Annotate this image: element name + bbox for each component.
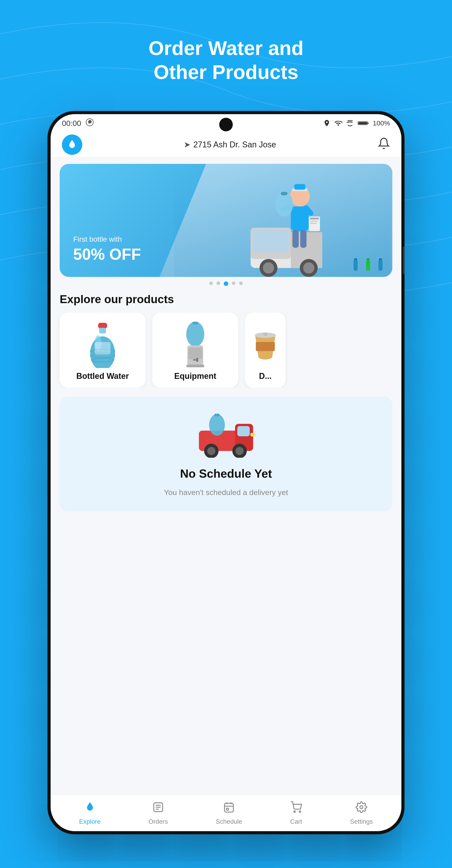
banner-dots [51, 281, 401, 286]
drinks-label: D... [259, 371, 272, 381]
svg-point-58 [235, 447, 244, 455]
svg-point-9 [263, 262, 274, 274]
navigation-icon: ➤ [184, 140, 191, 149]
svg-rect-28 [366, 259, 370, 271]
banner-subtitle: First bottle with [73, 235, 141, 243]
products-row: Bottled Water [51, 313, 401, 388]
svg-rect-2 [367, 123, 368, 124]
product-card-drinks-partial[interactable]: D... [245, 313, 286, 388]
location-text: 2715 Ash Dr. San Jose [193, 140, 276, 149]
dot-2 [217, 281, 220, 285]
product-card-equipment[interactable]: Equipment [152, 313, 238, 388]
banner-discount: 50% OFF [73, 245, 141, 264]
svg-point-71 [360, 806, 363, 809]
camera-notch [219, 118, 233, 131]
svg-rect-20 [292, 230, 299, 248]
explore-label: Explore [79, 818, 101, 825]
banner-text: First bottle with 50% OFF [73, 235, 141, 264]
svg-rect-27 [354, 258, 357, 260]
drinks-image [245, 322, 286, 367]
svg-rect-49 [263, 333, 267, 336]
schedule-title: No Schedule Yet [180, 467, 272, 480]
schedule-section: No Schedule Yet You haven't scheduled a … [60, 397, 392, 512]
svg-point-40 [186, 322, 204, 346]
water-bottles-decoration [351, 258, 386, 272]
location-area[interactable]: ➤ 2715 Ash Dr. San Jose [184, 140, 276, 149]
dot-5 [239, 281, 243, 285]
schedule-label: Schedule [216, 818, 242, 825]
svg-rect-32 [98, 323, 107, 329]
scroll-content: First bottle with 50% OFF Explore our pr… [51, 157, 401, 795]
products-section-title: Explore our products [51, 293, 401, 306]
schedule-icon [223, 801, 235, 816]
svg-rect-26 [353, 259, 358, 271]
bottled-water-image [80, 322, 125, 367]
settings-icon [355, 801, 367, 816]
phone-screen: 00:00 [51, 114, 401, 831]
app-header: ➤ 2715 Ash Dr. San Jose [51, 132, 401, 157]
bottled-water-label: Bottled Water [76, 371, 129, 381]
svg-rect-64 [225, 803, 233, 812]
svg-rect-31 [379, 258, 382, 260]
orders-label: Orders [149, 818, 168, 825]
svg-rect-45 [196, 358, 198, 362]
dot-3-active [224, 281, 228, 286]
svg-rect-39 [95, 342, 110, 354]
status-time: 00:00 [62, 119, 81, 128]
settings-label: Settings [350, 818, 373, 825]
nav-item-orders[interactable]: Orders [144, 799, 172, 828]
svg-point-56 [207, 447, 215, 455]
delivery-truck-illustration [194, 410, 258, 460]
svg-rect-6 [253, 230, 289, 252]
status-icons: 100% [323, 119, 390, 127]
svg-rect-68 [226, 808, 228, 810]
app-logo [62, 134, 82, 155]
svg-rect-43 [189, 348, 202, 359]
nav-item-explore[interactable]: Explore [74, 799, 105, 828]
svg-rect-47 [256, 342, 275, 351]
phone-frame: 00:00 [47, 111, 405, 834]
svg-rect-21 [300, 230, 307, 248]
battery-level: 100% [373, 119, 390, 127]
product-card-bottled-water[interactable]: Bottled Water [60, 313, 146, 388]
cart-label: Cart [290, 818, 302, 825]
svg-point-18 [275, 192, 293, 217]
svg-rect-59 [250, 433, 255, 436]
svg-rect-41 [192, 322, 198, 324]
svg-rect-25 [310, 223, 317, 224]
svg-rect-19 [281, 192, 288, 195]
svg-rect-46 [186, 365, 204, 367]
notification-bell-icon[interactable] [378, 137, 390, 152]
svg-point-11 [303, 262, 314, 274]
svg-rect-23 [310, 218, 319, 219]
svg-rect-29 [366, 258, 369, 260]
cart-icon [290, 801, 302, 816]
promo-banner[interactable]: First bottle with 50% OFF [60, 164, 392, 277]
nav-item-settings[interactable]: Settings [346, 799, 378, 828]
svg-point-53 [209, 414, 225, 436]
equipment-image [173, 322, 218, 367]
svg-rect-14 [294, 184, 305, 190]
dot-1 [209, 281, 213, 285]
svg-rect-30 [378, 259, 382, 271]
dot-4 [232, 281, 235, 285]
side-button [403, 247, 405, 274]
svg-point-69 [294, 811, 295, 812]
whatsapp-icon [86, 118, 94, 128]
equipment-label: Equipment [174, 371, 216, 381]
schedule-subtitle: You haven't scheduled a delivery yet [164, 487, 288, 498]
svg-rect-54 [214, 414, 220, 416]
svg-rect-3 [358, 122, 367, 124]
page-title: Order Water and Other Products [149, 36, 303, 84]
svg-point-70 [299, 811, 301, 812]
orders-icon [152, 801, 164, 816]
svg-rect-24 [310, 221, 318, 222]
bottom-nav: Explore Orders [51, 795, 401, 831]
explore-icon [84, 801, 96, 816]
nav-item-cart[interactable]: Cart [286, 799, 307, 828]
svg-rect-33 [99, 328, 106, 333]
nav-item-schedule[interactable]: Schedule [211, 799, 247, 828]
svg-rect-52 [237, 426, 250, 436]
